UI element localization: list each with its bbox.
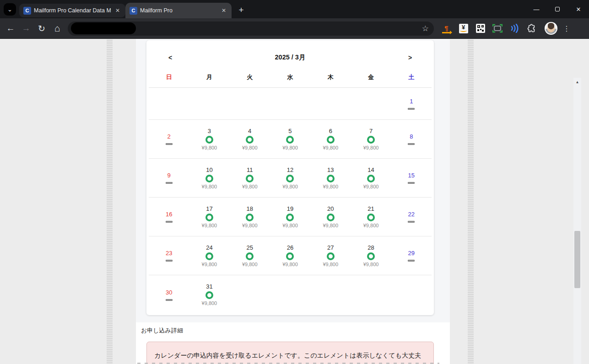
tab-title: Mailform Pro xyxy=(140,7,217,14)
day-cell-10[interactable]: 10¥9,800 xyxy=(189,159,229,197)
tab-search-button[interactable]: ⌄ xyxy=(4,3,16,16)
unavailable-dash-icon xyxy=(408,182,415,184)
tab-mailform-pro[interactable]: C Mailform Pro ✕ xyxy=(125,3,232,18)
day-cell-26[interactable]: 26¥9,800 xyxy=(270,236,310,275)
next-month-button[interactable]: > xyxy=(406,54,414,61)
tab-close-icon[interactable]: ✕ xyxy=(113,6,122,15)
day-cell-18[interactable]: 18¥9,800 xyxy=(230,198,270,236)
day-cell-3[interactable]: 3¥9,800 xyxy=(189,120,229,158)
day-cell-7[interactable]: 7¥9,800 xyxy=(351,120,391,158)
maximize-button[interactable] xyxy=(547,0,568,18)
available-circle-icon[interactable] xyxy=(205,291,213,299)
qr-code-icon[interactable] xyxy=(475,23,486,34)
day-cell-5[interactable]: 5¥9,800 xyxy=(270,120,310,158)
price-label: ¥9,800 xyxy=(323,184,338,190)
forward-icon[interactable]: → xyxy=(18,21,34,36)
day-cell-25[interactable]: 25¥9,800 xyxy=(230,236,270,275)
minimize-button[interactable]: — xyxy=(526,0,547,18)
calendar-card: < 2025 / 3月 > 日月火水木金土 123¥9,8004¥9,8005¥… xyxy=(146,40,434,315)
day-cell-28[interactable]: 28¥9,800 xyxy=(351,236,391,275)
available-circle-icon[interactable] xyxy=(327,136,335,144)
signal-wave-icon[interactable] xyxy=(509,23,519,34)
day-cell-empty xyxy=(310,88,351,119)
day-cell-4[interactable]: 4¥9,800 xyxy=(230,120,270,158)
notice-text: カレンダーの申込内容を受け取るエレメントです。このエレメントは表示しなくても大丈… xyxy=(154,352,421,359)
day-cell-11[interactable]: 11¥9,800 xyxy=(230,159,270,197)
tab-mailform-pro-calendar-data[interactable]: C Mailform Pro Calendar Data Ma ✕ xyxy=(19,4,125,17)
available-circle-icon[interactable] xyxy=(367,175,375,182)
day-cell-13[interactable]: 13¥9,800 xyxy=(310,159,351,197)
available-circle-icon[interactable] xyxy=(286,136,294,144)
puzzle-glyph xyxy=(526,24,536,33)
day-number: 2 xyxy=(168,133,171,140)
day-cell-19[interactable]: 19¥9,800 xyxy=(270,198,310,236)
available-circle-icon[interactable] xyxy=(286,252,294,260)
unavailable-dash-icon xyxy=(166,182,173,184)
day-cell-6[interactable]: 6¥9,800 xyxy=(310,120,351,158)
reload-icon[interactable]: ↻ xyxy=(34,21,49,36)
chevron-down-icon: ⌄ xyxy=(7,6,12,13)
yen-document-icon[interactable]: ¥ xyxy=(458,23,469,34)
available-circle-icon[interactable] xyxy=(327,252,335,260)
bookmark-star-icon[interactable]: ☆ xyxy=(422,24,429,33)
extensions-puzzle-icon[interactable] xyxy=(526,23,536,34)
address-bar[interactable]: ☆ xyxy=(68,21,434,36)
day-cell-12[interactable]: 12¥9,800 xyxy=(270,159,310,197)
available-circle-icon[interactable] xyxy=(246,214,254,221)
profile-avatar[interactable] xyxy=(545,22,557,35)
close-button[interactable]: ✕ xyxy=(568,0,589,18)
tab-title: Mailform Pro Calendar Data Ma xyxy=(34,7,111,14)
day-cell-17[interactable]: 17¥9,800 xyxy=(189,198,229,236)
available-circle-icon[interactable] xyxy=(246,252,254,260)
screen-capture-icon[interactable] xyxy=(492,23,503,34)
notice-box: カレンダーの申込内容を受け取るエレメントです。このエレメントは表示しなくても大丈… xyxy=(146,342,434,364)
scroll-up-icon[interactable]: ▲ xyxy=(573,79,581,86)
right-gutter-stripe xyxy=(468,39,474,364)
back-icon[interactable]: ← xyxy=(3,21,18,36)
day-cell-31[interactable]: 31¥9,800 xyxy=(189,275,229,314)
available-circle-icon[interactable] xyxy=(205,175,213,182)
price-label: ¥9,800 xyxy=(242,262,258,268)
day-number: 3 xyxy=(208,128,211,134)
day-cell-29: 29 xyxy=(391,236,432,275)
browser-scrollbar[interactable]: ▲ ▼ xyxy=(573,78,581,364)
scrollbar-thumb[interactable] xyxy=(574,231,580,288)
price-label: ¥9,800 xyxy=(323,262,338,268)
price-label: ¥9,800 xyxy=(363,145,379,151)
available-circle-icon[interactable] xyxy=(286,175,294,182)
day-cell-14[interactable]: 14¥9,800 xyxy=(351,159,391,197)
price-label: ¥9,800 xyxy=(323,145,338,151)
browser-menu-icon[interactable]: ⋮ xyxy=(563,24,570,33)
available-circle-icon[interactable] xyxy=(327,175,335,182)
redacted-url xyxy=(71,22,136,34)
tab-close-icon[interactable]: ✕ xyxy=(220,6,228,15)
available-circle-icon[interactable] xyxy=(367,252,375,260)
day-cell-24[interactable]: 24¥9,800 xyxy=(189,236,229,275)
available-circle-icon[interactable] xyxy=(246,175,254,182)
day-cell-20[interactable]: 20¥9,800 xyxy=(310,198,351,236)
day-number: 22 xyxy=(408,211,415,218)
day-cell-8: 8 xyxy=(391,120,432,158)
available-circle-icon[interactable] xyxy=(286,214,294,221)
day-cell-21[interactable]: 21¥9,800 xyxy=(351,198,391,236)
day-number: 7 xyxy=(369,128,373,134)
day-cell-1: 1 xyxy=(391,88,432,119)
available-circle-icon[interactable] xyxy=(367,136,375,144)
available-circle-icon[interactable] xyxy=(205,252,213,260)
new-tab-button[interactable]: + xyxy=(234,3,248,17)
available-circle-icon[interactable] xyxy=(205,214,213,221)
prev-month-button[interactable]: < xyxy=(167,54,174,61)
calendar-month-title: 2025 / 3月 xyxy=(174,53,406,62)
day-cell-2: 2 xyxy=(149,120,189,158)
available-circle-icon[interactable] xyxy=(367,214,375,221)
pilcrow-translate-icon[interactable]: ¶ xyxy=(441,23,452,34)
day-number: 9 xyxy=(168,172,171,179)
available-circle-icon[interactable] xyxy=(246,136,254,144)
day-cell-27[interactable]: 27¥9,800 xyxy=(310,236,351,275)
available-circle-icon[interactable] xyxy=(205,136,213,144)
home-icon[interactable]: ⌂ xyxy=(49,21,65,36)
available-circle-icon[interactable] xyxy=(327,214,335,221)
wave-glyph xyxy=(509,24,519,33)
pilcrow-arrow xyxy=(442,32,450,33)
day-number: 14 xyxy=(367,166,374,173)
